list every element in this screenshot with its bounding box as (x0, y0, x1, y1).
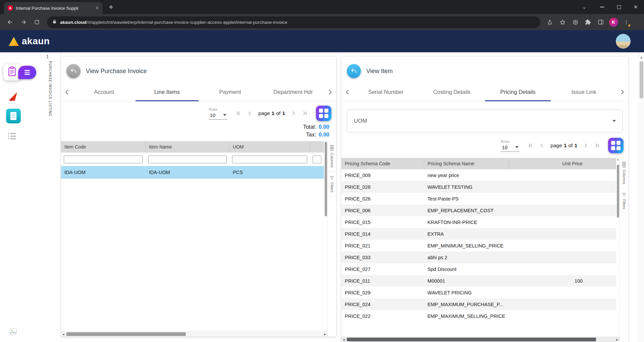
horizontal-scrollbar[interactable]: ◄ ► (341, 337, 620, 342)
table-row[interactable]: PRICE_021 EMP_MINIMUM_SELLING_PRICE (341, 240, 616, 251)
col-pricing-schema-code[interactable]: Pricing Schema Code (341, 158, 424, 169)
filters-button[interactable]: Filters (328, 172, 336, 197)
filter-item-code-input[interactable] (64, 156, 143, 163)
uom-select[interactable]: UOM (347, 110, 623, 132)
filter-extra-input[interactable] (313, 156, 321, 163)
forward-icon[interactable] (17, 16, 30, 28)
tab-close-icon[interactable]: × (95, 5, 99, 11)
table-row[interactable]: PRICE_028 WAVELET TESTING (341, 181, 616, 193)
scrollbar-thumb[interactable] (66, 332, 186, 336)
reply-arrow-icon (70, 68, 77, 74)
minimize-button[interactable] (594, 0, 610, 14)
share-icon[interactable] (544, 16, 555, 28)
scrollbar-thumb[interactable] (617, 165, 619, 218)
close-window-button[interactable]: ✕ (627, 0, 644, 14)
back-button[interactable] (66, 64, 80, 78)
red-app-shortcut[interactable] (8, 91, 19, 102)
lock-icon (52, 19, 57, 25)
col-unit-price[interactable]: Unit Price (516, 158, 616, 169)
col-item-name[interactable]: Item Name (146, 141, 229, 153)
prev-page-button[interactable] (247, 110, 253, 116)
tab-serial-number[interactable]: Serial Number (353, 83, 419, 101)
table-row[interactable]: PRICE_027 Spd Discount (341, 263, 616, 275)
menu-kebab-icon[interactable] (621, 16, 632, 28)
table-row[interactable]: PRICE_015 KRAFTON-INR-PRICE (341, 216, 616, 228)
tab-scroll-left-button[interactable] (342, 83, 353, 101)
tab-issue-link[interactable]: Issue Link (551, 83, 617, 101)
filters-button[interactable]: Filters (620, 188, 628, 214)
scrollbar-thumb[interactable] (640, 61, 643, 99)
columns-button[interactable]: Columns (328, 141, 336, 172)
columns-button[interactable]: Columns (620, 158, 628, 188)
applet-menu-flyout[interactable] (18, 66, 36, 79)
tab-scroll-right-button[interactable] (617, 83, 628, 101)
tab-account[interactable]: Account (72, 83, 136, 101)
brand-logo[interactable]: akaun (9, 37, 50, 46)
first-page-button[interactable] (235, 110, 241, 116)
table-row[interactable]: PRICE_029 WAVELET PRICING (341, 287, 616, 298)
table-vertical-scrollbar[interactable] (324, 141, 327, 337)
list-menu-icon[interactable] (8, 133, 16, 139)
extension-target-icon[interactable] (570, 16, 581, 28)
col-pricing-schema-name[interactable]: Pricing Schema Name (424, 158, 509, 169)
rows-per-page-select[interactable]: Rows 10 (501, 139, 520, 152)
tab-pricing-details[interactable]: Pricing Details (485, 83, 551, 101)
side-panel-icon[interactable] (595, 16, 606, 28)
rows-per-page-select[interactable]: Rows 10 (209, 107, 227, 120)
table-row[interactable]: PRICE_014 EXTRA (341, 228, 616, 240)
horizontal-scrollbar[interactable]: ◄ ► (61, 331, 327, 337)
grid-view-button[interactable] (316, 106, 331, 121)
table-row[interactable]: PRICE_022 EMP_MAXIMUM_SELLING_PRICE (341, 310, 616, 322)
last-page-button[interactable] (302, 110, 308, 116)
browser-tab[interactable]: A Internal Purchase Invoice Suppli × (4, 2, 103, 14)
page-scrollbar[interactable]: ▲ (638, 52, 644, 342)
table-row[interactable]: IDA-UOM IDA-UOM PCS (61, 166, 324, 179)
scrollbar-thumb[interactable] (325, 142, 327, 216)
scroll-up-arrow[interactable]: ▲ (616, 158, 619, 162)
back-icon[interactable] (4, 16, 16, 28)
grid-view-button[interactable] (608, 138, 624, 153)
table-row[interactable]: PRICE_026 Test-Paste-PS (341, 193, 616, 205)
user-avatar[interactable] (616, 34, 631, 49)
reload-icon[interactable] (31, 16, 43, 28)
next-page-button[interactable] (583, 142, 589, 149)
col-uom[interactable]: UOM (229, 141, 310, 153)
page-indicator: page1of1 (550, 142, 577, 149)
app-header: akaun (0, 30, 644, 52)
maximize-button[interactable] (610, 0, 627, 14)
table-row[interactable]: PRICE_033 abhi ps 2 (341, 251, 616, 263)
tab-scroll-right-button[interactable] (325, 83, 335, 101)
purchase-invoice-listing-strip[interactable]: 1 PURCHASE INVOICE LISTING (32, 52, 61, 342)
scroll-left-arrow[interactable]: ◄ (61, 332, 66, 337)
first-page-button[interactable] (528, 142, 534, 149)
last-page-button[interactable] (594, 142, 600, 149)
scroll-up-arrow[interactable]: ▲ (639, 54, 644, 60)
extensions-puzzle-icon[interactable] (582, 16, 594, 28)
bookmark-star-icon[interactable] (557, 16, 568, 28)
next-page-button[interactable] (290, 110, 297, 116)
table-row[interactable]: PRICE_006 EMP_REPLACEMENT_COST (341, 205, 616, 216)
table-row[interactable]: PRICE_024 EMP_MAXIMUM_PURCHASE_P... (341, 298, 616, 310)
table-vertical-scrollbar[interactable]: ▲ (616, 158, 620, 342)
prev-page-button[interactable] (539, 142, 545, 149)
back-button[interactable] (347, 64, 361, 78)
filter-item-name-input[interactable] (148, 156, 227, 163)
browser-profile-avatar[interactable]: K (608, 16, 619, 28)
col-item-code[interactable]: Item Code (61, 141, 146, 153)
tab-line-items[interactable]: Line Items (136, 83, 199, 101)
scroll-right-arrow[interactable]: ► (323, 332, 327, 337)
address-bar[interactable]: akaun.cloud/#/applets/tnt/wavelet/erp/in… (47, 16, 540, 28)
filter-uom-input[interactable] (232, 156, 307, 163)
table-row[interactable]: PRICE_009 new year price (341, 169, 616, 181)
tab-costing-details[interactable]: Costing Details (419, 83, 485, 101)
scroll-left-arrow[interactable]: ◄ (341, 337, 346, 342)
tab-payment[interactable]: Payment (199, 83, 262, 101)
new-tab-button[interactable]: + (105, 1, 117, 13)
table-row[interactable]: PRICE_011 M00001 100 (341, 275, 616, 287)
teal-document-shortcut[interactable] (6, 109, 21, 123)
tab-search-chevron-icon[interactable]: ⌄ (578, 0, 590, 14)
scroll-right-arrow[interactable]: ► (615, 337, 620, 342)
tab-department-hdr[interactable]: Department Hdr (262, 83, 325, 101)
scrollbar-thumb[interactable] (347, 338, 596, 341)
tab-scroll-left-button[interactable] (62, 83, 72, 101)
